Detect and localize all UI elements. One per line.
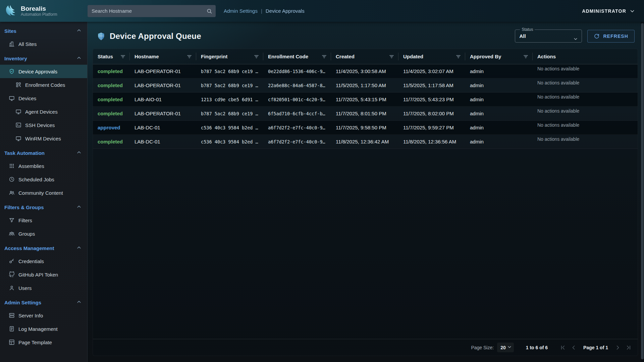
- chevron-up-icon: [76, 55, 82, 62]
- user-icon: [9, 285, 15, 291]
- actions-cell: No actions available: [533, 78, 638, 93]
- search-input[interactable]: [92, 8, 206, 14]
- refresh-icon: [594, 33, 600, 39]
- sidebar-item-assemblies[interactable]: Assemblies: [0, 159, 87, 173]
- breadcrumb-separator: |: [261, 8, 262, 14]
- column-header-approved-by[interactable]: Approved By: [465, 49, 533, 64]
- sidebar-section-access-management[interactable]: Access Management: [0, 240, 87, 254]
- status-badge: approved: [98, 125, 120, 130]
- created-cell: 11/8/2025, 12:36:42 AM: [331, 135, 398, 149]
- filter-icon[interactable]: [321, 54, 327, 59]
- first-page-button[interactable]: [558, 343, 567, 352]
- scrollbar-thumb[interactable]: [641, 23, 644, 359]
- hostname-cell: LAB-OPERATOR-01: [130, 64, 196, 78]
- content: Sites All Sites Inventory Device Approva…: [0, 22, 644, 362]
- filter-icon[interactable]: [389, 54, 394, 59]
- page-size-value: 20: [500, 345, 506, 350]
- main-content: Device Approval Queue Status All REFRESH: [88, 22, 644, 362]
- sidebar-item-ssh-devices[interactable]: SSH Devices: [0, 118, 87, 132]
- filter-icon[interactable]: [186, 54, 192, 59]
- approved-by-cell: admin: [465, 121, 533, 135]
- status-filter-select[interactable]: Status All: [515, 27, 582, 43]
- topbar: Borealis Automation Platform Admin Setti…: [0, 0, 644, 22]
- breadcrumb: Admin Settings | Device Approvals: [224, 8, 305, 14]
- updated-cell: 11/5/2025, 1:17:58 AM: [398, 78, 465, 93]
- sidebar-item-device-approvals[interactable]: Device Approvals: [0, 65, 87, 78]
- sidebar-item-users[interactable]: Users: [0, 281, 87, 295]
- table-row[interactable]: completed LAB-OPERATOR-01 b787 5ac2 68b9…: [93, 78, 638, 93]
- column-header-fingerprint[interactable]: Fingerprint: [196, 49, 263, 64]
- column-header-status[interactable]: Status: [93, 49, 130, 64]
- sidebar-item-filters[interactable]: Filters: [0, 214, 87, 227]
- created-cell: 11/7/2025, 5:43:15 PM: [331, 93, 398, 107]
- user-menu[interactable]: ADMINISTRATOR: [582, 8, 635, 14]
- search-box[interactable]: [88, 5, 216, 17]
- sidebar-item-all-sites[interactable]: All Sites: [0, 37, 87, 51]
- refresh-button[interactable]: REFRESH: [587, 30, 635, 43]
- column-header-actions[interactable]: Actions: [533, 49, 638, 64]
- filter-icon[interactable]: [254, 54, 259, 59]
- enrollment-code-cell: cf820501-001c-4c20-9…: [263, 93, 331, 107]
- sidebar-item-page-template[interactable]: Page Template: [0, 336, 87, 349]
- hostname-cell: LAB-DC-01: [130, 121, 196, 135]
- table-row[interactable]: completed LAB-OPERATOR-01 b787 5ac2 68b9…: [93, 64, 638, 78]
- sidebar-section-filters-groups[interactable]: Filters & Groups: [0, 199, 87, 214]
- sidebar-item-agent-devices[interactable]: Agent Devices: [0, 105, 87, 118]
- sidebar-item-log-management[interactable]: Log Management: [0, 322, 87, 336]
- fingerprint-cell: c536 40c3 9584 b2ed …: [196, 121, 263, 135]
- sidebar-item-scheduled-jobs[interactable]: Scheduled Jobs: [0, 173, 87, 186]
- filter-icon[interactable]: [455, 54, 461, 59]
- sidebar-item-devices[interactable]: Devices: [0, 92, 87, 105]
- breadcrumb-device-approvals[interactable]: Device Approvals: [266, 8, 305, 14]
- pager: Page 1 of 1: [558, 343, 633, 352]
- breadcrumb-admin-settings[interactable]: Admin Settings: [224, 8, 258, 14]
- monitor-icon: [9, 95, 15, 101]
- page-size-select[interactable]: 20: [497, 343, 514, 352]
- column-header-enrollment-code[interactable]: Enrollment Code: [263, 49, 331, 64]
- status-filter-label: Status: [520, 27, 535, 32]
- sidebar-item-server-info[interactable]: Server Info: [0, 309, 87, 322]
- actions-cell: No actions available: [533, 64, 638, 78]
- sidebar-item-winrm-devices[interactable]: WinRM Devices: [0, 132, 87, 145]
- sidebar-section-sites[interactable]: Sites: [0, 23, 87, 37]
- next-page-button[interactable]: [613, 343, 622, 352]
- approved-by-cell: admin: [465, 135, 533, 149]
- people-icon: [9, 190, 15, 196]
- previous-page-button[interactable]: [569, 343, 578, 352]
- status-badge: completed: [98, 97, 123, 102]
- column-header-hostname[interactable]: Hostname: [130, 49, 196, 64]
- last-page-button[interactable]: [624, 343, 633, 352]
- device-approval-table-panel: Status Hostname Fingerprint Enrollment C…: [93, 49, 638, 356]
- page-scrollbar[interactable]: [641, 22, 644, 362]
- column-header-updated[interactable]: Updated: [398, 49, 465, 64]
- buildings-icon: [9, 41, 15, 47]
- sidebar-item-enrollment-codes[interactable]: Enrollment Codes: [0, 78, 87, 92]
- enrollment-code-cell: 22a6e88c-84a6-4587-8…: [263, 78, 331, 93]
- table-footer: Page Size: 20 1 to 6 of 6 Page 1 of 1: [93, 339, 638, 356]
- monitor-icon: [15, 135, 21, 141]
- chevron-down-icon: [506, 344, 513, 351]
- filter-icon[interactable]: [120, 54, 126, 59]
- table-row[interactable]: completed LAB-DC-01 c536 40c3 9584 b2ed …: [93, 135, 638, 149]
- filter-icon[interactable]: [523, 54, 529, 59]
- brand[interactable]: Borealis Automation Platform: [0, 4, 88, 18]
- page-indicator: Page 1 of 1: [583, 345, 608, 350]
- brand-title: Borealis: [21, 5, 57, 12]
- sidebar-item-credentials[interactable]: Credentials: [0, 254, 87, 268]
- actions-cell: No actions available: [533, 121, 638, 135]
- sidebar-item-groups[interactable]: Groups: [0, 227, 87, 240]
- created-cell: 11/4/2025, 3:00:58 AM: [331, 64, 398, 78]
- page-title: Device Approval Queue: [110, 32, 201, 41]
- sidebar-section-admin-settings[interactable]: Admin Settings: [0, 295, 87, 309]
- table-row[interactable]: completed LAB-AIO-01 1213 cd9e cbe5 6d91…: [93, 93, 638, 107]
- sidebar: Sites All Sites Inventory Device Approva…: [0, 22, 88, 362]
- sidebar-section-inventory[interactable]: Inventory: [0, 51, 87, 65]
- sidebar-section-task-automation[interactable]: Task Automation: [0, 145, 87, 159]
- sidebar-item-github-api-token[interactable]: GitHub API Token: [0, 268, 87, 281]
- column-header-created[interactable]: Created: [331, 49, 398, 64]
- key-icon: [9, 258, 15, 264]
- table-row[interactable]: completed LAB-OPERATOR-01 b787 5ac2 68b9…: [93, 107, 638, 121]
- search-icon: [206, 8, 212, 14]
- sidebar-item-community-content[interactable]: Community Content: [0, 186, 87, 199]
- table-row[interactable]: approved LAB-DC-01 c536 40c3 9584 b2ed ……: [93, 121, 638, 135]
